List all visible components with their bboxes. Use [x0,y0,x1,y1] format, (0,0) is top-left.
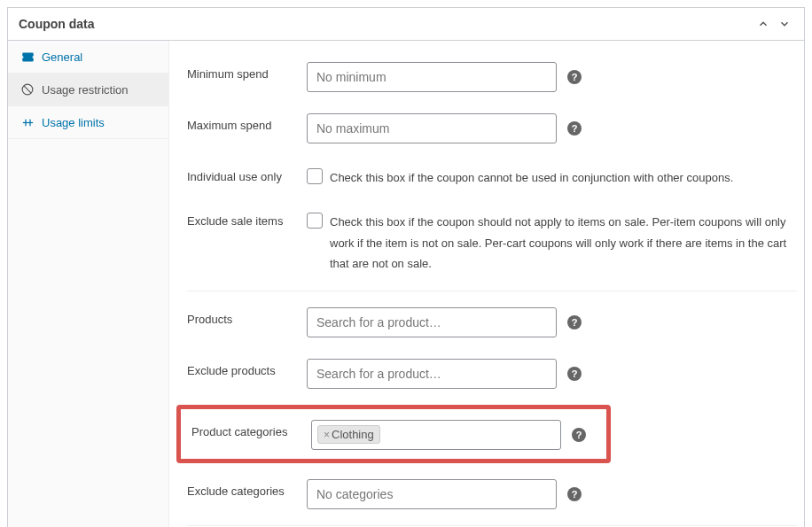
panel-title: Coupon data [19,17,95,31]
field-label: Minimum spend [187,62,307,81]
svg-line-1 [24,86,31,93]
field-label: Maximum spend [187,113,307,132]
category-tag: × Clothing [317,425,380,444]
field-label: Exclude categories [187,479,307,498]
exclude-products-select[interactable]: Search for a product… [307,359,557,389]
sidebar-item-general[interactable]: General [8,41,168,74]
section-divider [187,291,797,291]
sidebar: General Usage restriction Usage limits [8,41,169,527]
sidebar-item-label: Usage limits [42,116,105,129]
maximum-spend-input[interactable] [307,113,557,143]
help-icon[interactable]: ? [567,70,582,84]
product-categories-select[interactable]: × Clothing [311,420,561,450]
checkbox-description: Check this box if the coupon cannot be u… [330,167,733,188]
sidebar-item-label: Usage restriction [42,83,129,97]
help-icon[interactable]: ? [567,315,582,329]
remove-tag-icon[interactable]: × [324,429,330,441]
exclude-categories-select[interactable]: No categories [307,479,557,509]
field-label: Individual use only [187,165,307,183]
checkbox-description: Check this box if the coupon should not … [330,212,797,274]
field-label: Product categories [191,420,311,438]
minimum-spend-input[interactable] [307,62,557,92]
help-icon[interactable]: ? [567,121,582,136]
sliders-icon [20,115,35,129]
sidebar-item-usage-restriction[interactable]: Usage restriction [8,74,168,106]
help-icon[interactable]: ? [567,367,582,381]
coupon-data-panel: Coupon data General Usage restriction [7,7,805,527]
sidebar-item-label: General [42,50,82,64]
field-label: Exclude products [187,359,307,377]
field-label: Exclude sale items [187,209,307,228]
content-area: Minimum spend ? Maximum spend ? Individu… [169,41,804,527]
help-icon[interactable]: ? [567,487,582,501]
sidebar-item-usage-limits[interactable]: Usage limits [8,106,168,139]
products-select[interactable]: Search for a product… [307,307,557,337]
field-label: Products [187,307,307,326]
ticket-icon [20,50,35,64]
help-icon[interactable]: ? [572,428,586,442]
highlighted-region: Product categories × Clothing ? [176,405,611,463]
panel-move-down-icon[interactable] [776,15,793,33]
exclude-sale-checkbox[interactable] [307,213,323,229]
block-icon [20,82,35,97]
section-divider [187,525,797,526]
panel-move-up-icon[interactable] [754,15,772,33]
individual-use-checkbox[interactable] [307,168,323,184]
panel-header: Coupon data [8,8,804,41]
